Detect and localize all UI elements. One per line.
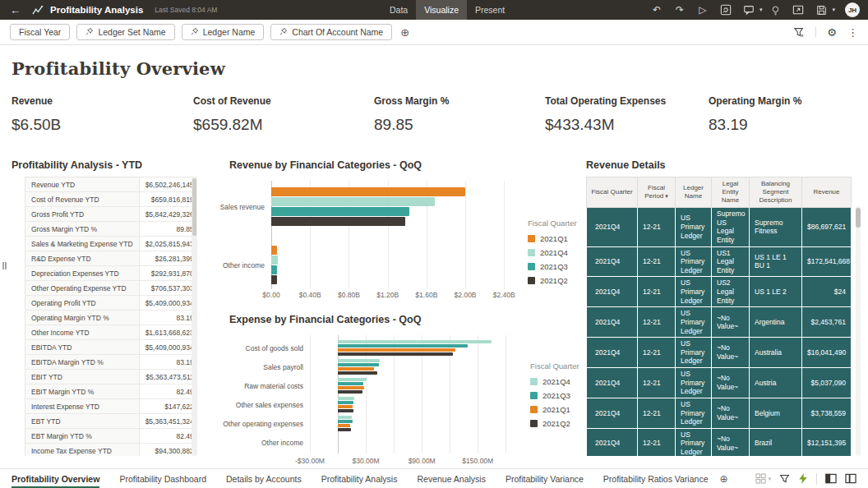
chart-bar[interactable]	[338, 424, 350, 427]
table-row[interactable]: EBT Margin YTD %82.49	[25, 429, 198, 444]
column-header[interactable]: Legal Entity Name	[712, 177, 750, 208]
back-icon[interactable]: ←	[10, 4, 21, 16]
chart-bar[interactable]	[338, 386, 364, 389]
table-cell[interactable]: US Primary Ledger	[676, 368, 712, 398]
table-row[interactable]: Cost of Revenue YTD$659,816,819	[25, 192, 198, 207]
table-cell[interactable]: US Primary Ledger	[676, 208, 712, 247]
chart-bar[interactable]	[338, 359, 380, 362]
table-row[interactable]: Operating Profit YTD$5,409,000,934	[25, 296, 198, 311]
table-row[interactable]: 2021Q412-21US Primary Ledger~No Value~Au…	[587, 338, 852, 368]
legend-item[interactable]: 2021Q1	[528, 234, 577, 243]
layout-split-panel-icon[interactable]	[845, 473, 856, 484]
canvas-tab-revenue-analysis[interactable]: Revenue Analysis	[417, 469, 485, 488]
table-cell[interactable]: US Primary Ledger	[676, 246, 712, 277]
column-header[interactable]: Fiscal Quarter	[587, 177, 638, 208]
chart-bar[interactable]	[271, 275, 277, 284]
chart-bar[interactable]	[338, 390, 362, 394]
table-row[interactable]: EBT YTD$5,363,451,324	[25, 414, 198, 429]
table-cell[interactable]: 12-21	[638, 208, 676, 247]
chart-bar[interactable]	[271, 187, 465, 196]
chart-bar[interactable]	[338, 344, 468, 348]
table-row[interactable]: 2021Q412-21US Primary Ledger~No Value~Au…	[587, 368, 852, 398]
table-cell[interactable]: ~No Value~	[712, 428, 750, 456]
table-cell[interactable]: ~No Value~	[712, 338, 750, 368]
table-cell[interactable]: US 1 LE 1 BU 1	[750, 246, 802, 277]
chart-bar[interactable]	[338, 378, 367, 381]
table-cell[interactable]: ~No Value~	[712, 368, 750, 398]
table-row[interactable]: Gross Margin YTD %89.85	[25, 222, 198, 237]
chart-bar[interactable]	[338, 401, 353, 404]
table-cell[interactable]: 2021Q4	[587, 277, 638, 307]
table-cell[interactable]: US Primary Ledger	[676, 277, 712, 307]
chart-bar[interactable]	[271, 265, 277, 274]
table-cell[interactable]: Belgium	[750, 398, 802, 428]
table-row[interactable]: R&D Expense YTD$26,281,399	[25, 251, 198, 266]
revenue-details-scrollbar-thumb[interactable]	[856, 208, 861, 228]
table-cell[interactable]: 12-21	[638, 428, 676, 456]
undo-icon[interactable]: ↶	[647, 0, 667, 20]
canvas-grid-layout-icon[interactable]: ▾	[755, 473, 771, 484]
comment-chevron-icon[interactable]: ▾	[760, 7, 763, 13]
filter-chip-ledger-name[interactable]: Ledger Name	[182, 24, 265, 40]
table-cell[interactable]: 12-21	[638, 338, 676, 368]
chart-bar[interactable]	[338, 428, 351, 431]
legend-item[interactable]: 2021Q1	[530, 405, 579, 414]
canvas-tab-profitability-dashboard[interactable]: Profitability Dashboard	[119, 469, 206, 488]
table-cell[interactable]: $172,541,668	[802, 246, 852, 277]
header-menu-visualize[interactable]: Visualize	[416, 0, 467, 20]
table-cell[interactable]: Brazil	[750, 428, 802, 456]
table-row[interactable]: 2021Q412-21US Primary LedgerUS1 Legal En…	[587, 246, 852, 277]
table-cell[interactable]: 12-21	[638, 246, 676, 277]
ytd-scrollbar[interactable]	[192, 177, 197, 456]
table-row[interactable]: Depreciation Expenses YTD$292,931,870	[25, 266, 198, 281]
chart-bar[interactable]	[338, 409, 353, 412]
table-cell[interactable]: $2,453,761	[802, 307, 852, 338]
sort-desc-icon[interactable]: ▾	[665, 193, 668, 199]
chart-bar[interactable]	[271, 197, 435, 206]
chart-bar[interactable]	[338, 382, 363, 385]
add-filter-icon[interactable]: ⊕	[400, 26, 409, 39]
column-header[interactable]: Ledger Name	[676, 177, 712, 208]
table-row[interactable]: 2021Q412-21US Primary LedgerUS2 Legal En…	[587, 277, 852, 307]
canvas-tab-profitability-overview[interactable]: Profitability Overview	[12, 469, 99, 488]
add-canvas-icon[interactable]: ⊕	[719, 473, 727, 485]
table-row[interactable]: 2021Q412-21US Primary Ledger~No Value~Ar…	[587, 307, 852, 338]
table-cell[interactable]: 12-21	[638, 368, 676, 398]
table-row[interactable]: EBITDA Margin YTD %83.19	[25, 355, 198, 370]
insights-lightbulb-icon[interactable]	[765, 0, 785, 20]
table-cell[interactable]: 2021Q4	[587, 428, 638, 456]
save-icon[interactable]	[811, 0, 831, 20]
table-cell[interactable]: US Primary Ledger	[676, 338, 712, 368]
header-menu-data[interactable]: Data	[381, 0, 416, 20]
table-row[interactable]: 2021Q412-21US Primary Ledger~No Value~Br…	[587, 428, 852, 456]
table-cell[interactable]: $12,151,395	[802, 428, 852, 456]
table-cell[interactable]: 12-21	[638, 398, 676, 428]
table-row[interactable]: 2021Q412-21US Primary LedgerSupremo US L…	[587, 208, 852, 247]
kpi-tile[interactable]: Revenue$6.50B	[12, 95, 193, 134]
table-cell[interactable]: Argentina	[750, 307, 802, 338]
table-cell[interactable]: $86,697,621	[802, 208, 852, 247]
table-row[interactable]: 2021Q412-21US Primary Ledger~No Value~Be…	[587, 398, 852, 428]
revenue-details-scrollbar[interactable]	[856, 206, 861, 456]
redo-icon[interactable]: ↷	[670, 0, 690, 20]
chart-bar[interactable]	[338, 371, 377, 375]
table-row[interactable]: Income Tax Expense YTD$94,300,882	[25, 444, 198, 457]
table-row[interactable]: Revenue YTD$6,502,246,145	[25, 177, 198, 192]
chart-bar[interactable]	[338, 367, 374, 371]
canvas-filter-icon[interactable]	[779, 473, 790, 484]
chart-bar[interactable]	[338, 363, 379, 366]
table-cell[interactable]: Austria	[750, 368, 802, 398]
canvas-tab-profitability-variance[interactable]: Profitability Variance	[506, 469, 584, 488]
table-cell[interactable]: US Primary Ledger	[676, 428, 712, 456]
table-row[interactable]: EBIT Margin YTD %82.49	[25, 384, 198, 399]
legend-item[interactable]: 2021Q3	[528, 262, 577, 271]
table-cell[interactable]: $5,037,090	[802, 368, 852, 398]
table-cell[interactable]: 2021Q4	[587, 338, 638, 368]
table-cell[interactable]: 2021Q4	[587, 368, 638, 398]
legend-item[interactable]: 2021Q4	[530, 377, 579, 386]
table-cell[interactable]: US2 Legal Entity	[712, 277, 750, 307]
filter-chip-chart-of-account-name[interactable]: Chart Of Account Name	[270, 24, 392, 40]
legend-item[interactable]: 2021Q4	[528, 248, 577, 257]
settings-gear-icon[interactable]: ⚙	[827, 26, 837, 39]
preview-play-icon[interactable]: ▷	[693, 0, 713, 20]
